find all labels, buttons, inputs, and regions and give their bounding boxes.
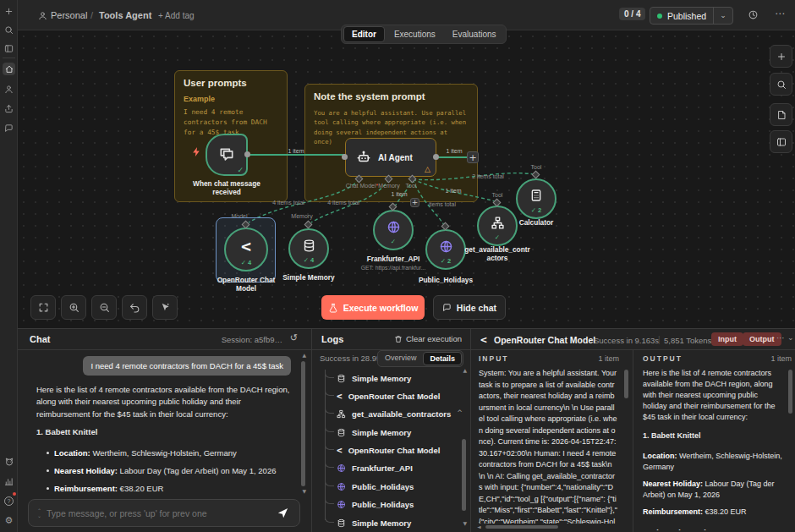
breadcrumb-project[interactable]: Personal [51,10,87,20]
scroll-left-arrow[interactable]: ◄ [477,524,481,529]
history-icon[interactable] [748,9,759,20]
add-tag-button[interactable]: + Add tag [158,11,195,20]
input-scrollbar[interactable] [624,370,628,398]
sticky-title: User prompts [184,78,278,88]
chat-scrollbar[interactable] [301,361,305,486]
sidebar-item-home[interactable] [3,63,15,75]
check-icon: ✓ [531,207,536,214]
view-tabs: Editor Executions Evaluations [341,25,507,44]
tidy-up-button[interactable] [152,295,178,320]
execute-workflow-label: Execute workflow [343,303,419,313]
edge-label: items total [423,201,462,207]
output-highlight-button[interactable]: Output [743,332,781,346]
clear-execution-button[interactable]: Clear execution [394,334,462,343]
sidebar-item-personal[interactable] [0,81,18,96]
send-icon[interactable] [277,507,289,519]
new-workflow-button[interactable] [0,3,18,19]
prev-message-stepper[interactable]: ⌃⌄ [37,508,41,518]
log-item[interactable]: Frankfurter_API [318,459,460,476]
log-item[interactable]: Public_Holidays [318,478,460,495]
log-item[interactable]: <OpenRouter Chat Model [318,442,460,458]
workflow-title[interactable]: Tools Agent [99,10,151,20]
evaluation-counter-badge: 0 / 4 [619,8,645,20]
fit-view-button[interactable] [30,295,56,320]
input-heading: INPUT [479,354,509,363]
node-chat-trigger[interactable]: ✓ [206,134,248,176]
node-public-holidays[interactable]: ✓ 2 [425,229,466,270]
log-item[interactable]: Simple Memory [318,370,460,387]
chat-message-input[interactable] [47,508,266,518]
node-frankfurter-api[interactable]: ✓ [373,210,414,250]
sidebar-item-insights[interactable] [0,474,18,489]
share-icon [4,104,14,113]
tab-executions[interactable]: Executions [387,27,443,41]
add-node-on-edge-button[interactable]: + [410,198,419,207]
zoom-in-icon [69,302,80,313]
collapse-chevron-icon[interactable]: ^ [457,410,463,417]
tidy-up-icon [160,302,171,313]
collapse-panel-icon[interactable]: ⌄ [787,334,794,342]
add-node-endpoint-button[interactable]: + [467,151,479,163]
published-button[interactable]: Published ⌄ [650,7,733,25]
chat-panel: Chat Session: a5fb9… ↺ I need 4 remote c… [18,329,311,532]
zoom-in-button[interactable] [61,295,86,320]
scroll-up-arrow[interactable]: ▲ [463,368,467,373]
output-port[interactable] [433,154,439,160]
input-pane: INPUT 1 item System: You are a helpful a… [470,349,633,532]
execute-workflow-button[interactable]: Execute workflow [321,295,425,320]
input-h-scrollbar[interactable] [485,525,558,529]
globe-icon [337,463,346,473]
sidebar-item-shared[interactable] [0,101,18,116]
toggle-details[interactable]: Details [423,352,462,365]
output-scrollbar[interactable] [788,370,792,414]
tab-evaluations[interactable]: Evaluations [445,27,504,41]
undo-button[interactable] [122,295,147,320]
hide-chat-button[interactable]: Hide chat [433,295,506,320]
chat-user-message: I need 4 remote contractors from DACH fo… [83,356,291,376]
input-highlight-button[interactable]: Input [711,332,743,346]
log-item[interactable]: <OpenRouter Chat Model [318,387,460,404]
output-content[interactable]: Here is the list of 4 remote contractors… [643,368,783,530]
sidebar-item-help[interactable]: ? [0,493,18,508]
scroll-up-arrow[interactable]: ▲ [302,353,306,358]
log-item[interactable]: get_available_contractors^ [318,405,460,422]
sidebar-item-settings[interactable]: ⚙ [0,513,18,528]
input-content[interactable]: System: You are a helpful assistant. You… [479,368,617,524]
chat-icon [442,303,452,312]
sidebar-toggle-button[interactable] [0,41,18,56]
scroll-down-arrow[interactable]: ▼ [463,521,467,526]
edge-label: 1 item [436,188,470,194]
chevron-down-icon[interactable]: ⌄ [714,12,732,19]
add-sticky-note-button[interactable] [770,103,792,126]
search-button[interactable] [0,22,18,37]
log-item[interactable]: Simple Memory [318,424,460,441]
log-item[interactable]: Public_Holidays [318,496,460,513]
log-item[interactable]: Simple Memory [318,514,460,531]
zoom-out-button[interactable] [91,295,117,320]
more-options-icon[interactable]: ⋯ [776,334,785,343]
sidebar-item-chat[interactable] [0,120,18,135]
logs-scrollbar[interactable] [462,439,466,511]
add-node-button[interactable] [770,45,792,68]
sidebar-item-templates[interactable] [0,454,18,469]
node-calculator[interactable]: ✓ 2 [516,178,556,219]
edge-label: 1 item [437,148,471,154]
node-label: Public_Holidays [412,276,480,284]
trigger-lightning-icon [191,146,202,157]
scroll-down-arrow[interactable]: ▼ [302,489,306,494]
node-openrouter-chat-model[interactable]: < ✓ 4 [224,228,268,271]
toggle-panel-button[interactable] [770,130,792,153]
output-item-count: 1 item [770,354,792,363]
node-simple-memory[interactable]: ✓ 4 [288,228,329,269]
openrouter-icon: < [241,236,251,256]
tab-editor[interactable]: Editor [343,26,385,42]
output-port[interactable] [244,151,250,157]
reset-session-icon[interactable]: ↺ [290,333,298,343]
node-ai-agent[interactable]: AI Agent △ [345,138,436,177]
toggle-overview[interactable]: Overview [379,352,423,365]
more-options-icon[interactable]: ⋯ [775,8,785,19]
check-icon: ✓ [241,260,246,266]
output-pane: OUTPUT 1 item Here is the list of 4 remo… [633,349,795,532]
input-port[interactable] [342,154,348,160]
search-nodes-button[interactable] [770,73,792,96]
